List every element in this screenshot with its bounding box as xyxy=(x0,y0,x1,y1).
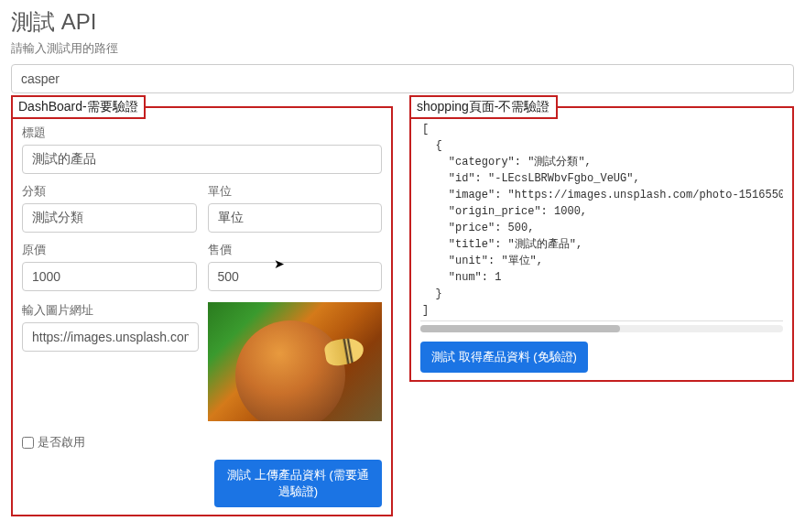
path-input[interactable] xyxy=(11,64,794,93)
image-url-input[interactable] xyxy=(22,322,199,352)
shopping-panel: shopping頁面-不需驗證 [ { "category": "測試分類", … xyxy=(409,106,794,382)
title-input[interactable] xyxy=(22,145,382,174)
origin-price-label: 原價 xyxy=(22,242,197,258)
category-label: 分類 xyxy=(22,183,197,200)
shopping-panel-label: shopping頁面-不需驗證 xyxy=(409,95,558,119)
image-url-label: 輸入圖片網址 xyxy=(22,302,199,319)
page-subtitle: 請輸入測試用的路徑 xyxy=(11,40,794,57)
title-label: 標題 xyxy=(22,125,382,141)
price-input[interactable] xyxy=(208,262,383,291)
product-image-preview xyxy=(208,302,382,421)
horizontal-scrollbar[interactable] xyxy=(420,325,783,332)
category-input[interactable] xyxy=(22,203,197,233)
response-code-block[interactable]: [ { "category": "測試分類", "id": "-LEcsLBRW… xyxy=(420,115,783,321)
enable-checkbox[interactable] xyxy=(22,437,34,449)
unit-label: 單位 xyxy=(208,183,383,200)
unit-input[interactable] xyxy=(208,203,383,233)
origin-price-input[interactable] xyxy=(22,262,197,291)
page-title: 測試 API xyxy=(11,7,794,37)
dashboard-panel: DashBoard-需要驗證 標題 分類 單位 ➤ 原價 售價 xyxy=(11,106,393,516)
enable-label: 是否啟用 xyxy=(38,434,85,451)
dashboard-panel-label: DashBoard-需要驗證 xyxy=(11,95,146,119)
price-label: 售價 xyxy=(208,242,383,258)
fetch-product-button[interactable]: 測試 取得產品資料 (免驗證) xyxy=(420,342,588,373)
upload-product-button[interactable]: 測試 上傳產品資料 (需要通過驗證) xyxy=(214,460,382,507)
